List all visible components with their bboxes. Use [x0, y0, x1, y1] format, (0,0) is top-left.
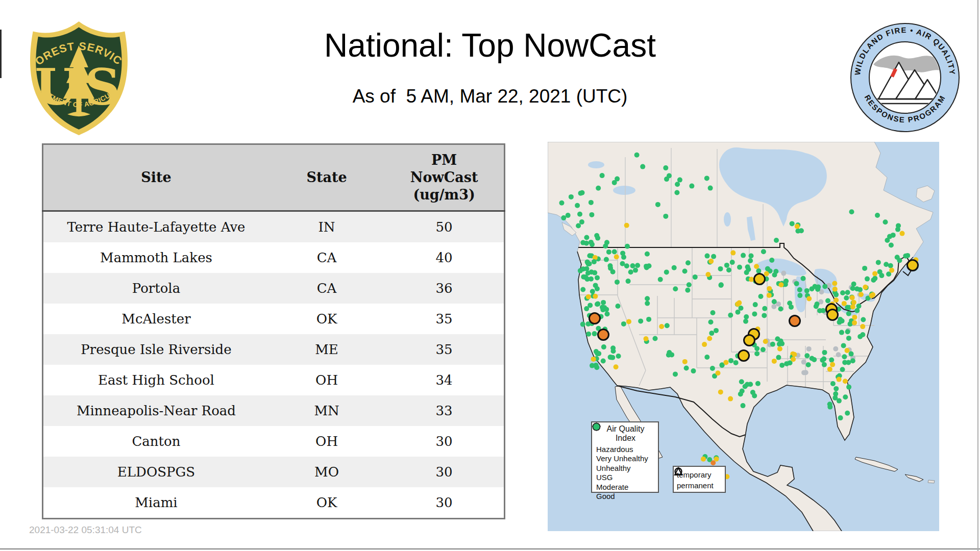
- station-dot: [778, 307, 783, 312]
- station-dot: [728, 313, 733, 318]
- station-dot: [794, 281, 799, 286]
- table-row: Minneapolis-Near RoadMN33: [43, 395, 505, 426]
- station-dot: [693, 274, 698, 280]
- station-dot: [845, 290, 850, 295]
- station-dot: [585, 277, 590, 282]
- station-dot: [659, 324, 664, 329]
- header-pm-line1: PM: [431, 152, 457, 168]
- station-dot: [580, 287, 585, 292]
- station-dot: [804, 288, 810, 293]
- station-dot: [848, 321, 853, 327]
- station-dot: [708, 319, 714, 324]
- state-cell: CA: [269, 242, 384, 273]
- state-cell: IN: [269, 211, 384, 243]
- station-dot: [827, 367, 832, 372]
- station-dot: [845, 329, 850, 334]
- station-dot: [653, 336, 658, 341]
- station-dot: [645, 252, 650, 257]
- station-dot: [707, 336, 712, 341]
- header-pm-nowcast: PM NowCast (ug/m3): [384, 144, 504, 211]
- station-dot: [577, 212, 582, 217]
- site-marker: [754, 274, 765, 285]
- station-dot: [745, 264, 750, 269]
- station-dot: [673, 286, 678, 291]
- site-marker: [790, 316, 800, 327]
- station-dot: [561, 215, 566, 220]
- station-dot: [832, 287, 838, 292]
- table-row: Terre Haute-Lafayette AveIN50: [43, 211, 505, 243]
- legend-item-unhealthy: Unhealthy: [596, 463, 655, 473]
- station-dot: [600, 305, 605, 310]
- station-dot: [846, 385, 851, 390]
- station-dot: [797, 293, 802, 298]
- aqi-legend-title: Air Quality Index: [596, 424, 655, 443]
- station-dot: [635, 263, 640, 268]
- legend-label: Very Unhealthy: [596, 454, 648, 463]
- value-cell: 30: [384, 457, 504, 487]
- station-dot: [883, 219, 888, 224]
- station-dot: [655, 202, 660, 207]
- station-dot: [865, 277, 870, 282]
- station-dot: [566, 213, 571, 218]
- station-dot: [663, 214, 668, 219]
- site-marker: [590, 313, 600, 324]
- station-dot: [702, 342, 707, 347]
- station-dot: [830, 362, 835, 367]
- station-dot: [705, 254, 710, 259]
- station-dot: [705, 272, 710, 277]
- station-dot: [594, 349, 599, 354]
- station-dot: [815, 302, 820, 307]
- station-dot: [587, 303, 593, 308]
- station-dot: [839, 330, 844, 335]
- station-dot: [701, 457, 706, 462]
- site-cell: Portola: [43, 273, 269, 304]
- station-dot: [616, 304, 621, 309]
- station-dot: [850, 304, 855, 309]
- station-dot: [774, 238, 779, 243]
- station-dot: [595, 236, 600, 241]
- station-dot: [600, 173, 605, 178]
- site-cell: ELDOSPGS: [43, 457, 269, 487]
- station-dot: [897, 258, 902, 263]
- station-dot: [708, 186, 713, 191]
- station-dot: [872, 271, 877, 276]
- site-cell: Miami: [43, 487, 269, 519]
- table-row: ELDOSPGSMO30: [43, 457, 505, 487]
- station-dot: [850, 295, 855, 300]
- state-cell: CA: [269, 273, 384, 304]
- value-cell: 30: [384, 487, 504, 519]
- station-dot: [616, 354, 621, 359]
- station-dot: [614, 255, 619, 260]
- header-pm-line3: (ug/m3): [413, 187, 475, 203]
- station-dot: [795, 224, 800, 229]
- station-dot: [801, 276, 806, 281]
- window-edge-mark: [0, 30, 2, 78]
- aqi-map: Air Quality Index Hazardous Very Unhealt…: [548, 142, 939, 531]
- station-dot: [621, 321, 626, 327]
- station-dot: [863, 285, 868, 290]
- station-dot: [579, 219, 584, 224]
- station-dot: [723, 360, 728, 365]
- station-dot: [606, 249, 611, 255]
- table-row: McAlesterOK35: [43, 304, 505, 334]
- station-dot: [589, 240, 594, 245]
- state-cell: ME: [269, 334, 384, 365]
- station-dot: [842, 301, 847, 306]
- station-dot: [851, 282, 856, 287]
- station-dot: [718, 266, 723, 271]
- station-dot: [856, 304, 862, 309]
- table-row: MiamiOK30: [43, 487, 505, 519]
- station-dot: [634, 153, 640, 158]
- station-dot: [580, 322, 585, 327]
- station-dot: [795, 229, 800, 234]
- station-dot: [584, 266, 590, 271]
- station-dot: [776, 355, 781, 360]
- legend-label: Hazardous: [596, 445, 633, 454]
- station-dot: [737, 300, 742, 306]
- station-dot: [625, 244, 630, 249]
- legend-item-temporary: temporary: [677, 469, 722, 480]
- station-dot: [667, 173, 672, 179]
- station-dot: [861, 317, 866, 322]
- station-dot: [822, 362, 827, 367]
- station-dot: [592, 331, 597, 336]
